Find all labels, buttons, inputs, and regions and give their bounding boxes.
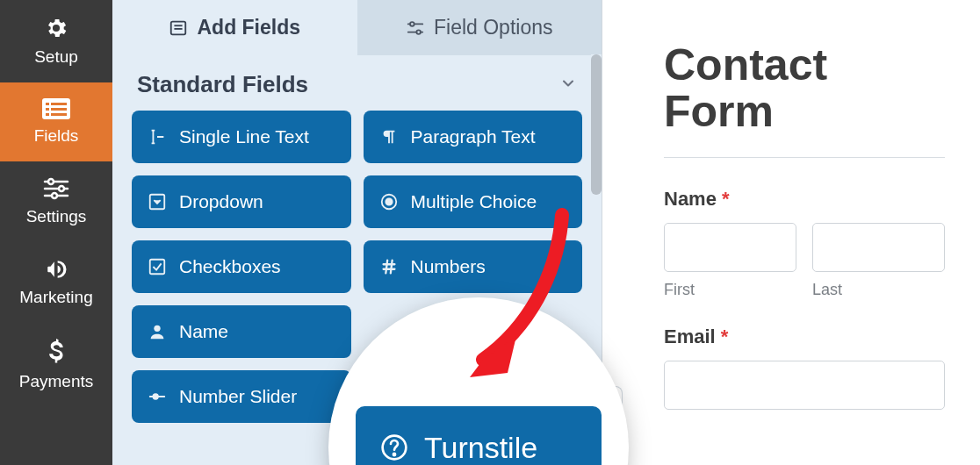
user-icon [148, 322, 167, 341]
svg-point-12 [52, 193, 57, 198]
nav-item-fields[interactable]: Fields [0, 82, 112, 161]
first-name-input[interactable] [664, 223, 796, 272]
last-name-input[interactable] [812, 223, 945, 272]
sliders-icon [406, 19, 425, 37]
question-circle-icon [380, 433, 408, 461]
svg-rect-3 [46, 108, 49, 111]
required-asterisk: * [722, 188, 730, 210]
required-asterisk: * [721, 326, 729, 347]
field-name[interactable]: Name [132, 305, 351, 358]
field-label: Numbers [411, 256, 486, 277]
nav-item-payments[interactable]: Payments [0, 323, 112, 407]
text-cursor-icon [148, 127, 167, 147]
field-single-line-text[interactable]: Single Line Text [132, 111, 351, 163]
nav-item-settings[interactable]: Settings [0, 161, 112, 242]
tab-label: Field Options [434, 16, 553, 39]
field-label: Name [179, 321, 228, 342]
nav-label: Settings [26, 207, 87, 226]
field-label: Paragraph Text [411, 126, 536, 147]
last-sublabel: Last [812, 281, 945, 299]
field-turnstile[interactable]: Turnstile [356, 406, 602, 466]
radio-icon [379, 192, 399, 211]
pilcrow-icon [379, 127, 399, 147]
megaphone-icon [43, 258, 69, 281]
checkbox-icon [148, 257, 167, 276]
label-name: Name* [664, 188, 945, 211]
caret-square-icon [148, 192, 167, 211]
svg-point-28 [154, 326, 160, 332]
svg-rect-4 [51, 108, 67, 111]
first-sublabel: First [664, 281, 796, 299]
form-title: Contact Form [664, 42, 945, 134]
field-label: Multiple Choice [411, 191, 537, 212]
svg-point-19 [416, 30, 421, 34]
svg-point-17 [410, 22, 414, 26]
scrollbar-thumb[interactable] [591, 54, 602, 195]
nav-label: Fields [34, 126, 79, 146]
field-label: Turnstile [424, 431, 537, 465]
tab-field-options[interactable]: Field Options [357, 0, 602, 55]
list-icon [42, 98, 70, 119]
sliders-icon [43, 177, 69, 200]
field-multiple-choice[interactable]: Multiple Choice [364, 175, 583, 228]
svg-point-10 [59, 186, 64, 191]
field-dropdown[interactable]: Dropdown [132, 175, 351, 228]
dollar-icon [47, 339, 65, 365]
nav-label: Setup [34, 47, 78, 67]
section-header-standard[interactable]: Standard Fields [112, 55, 602, 111]
field-checkboxes[interactable]: Checkboxes [132, 240, 351, 293]
nav-label: Marketing [19, 288, 92, 307]
svg-point-8 [48, 179, 54, 184]
slider-icon [148, 387, 167, 406]
preview-panel: Contact Form Name* First Last Email* [602, 0, 980, 465]
nav-sidebar: Setup Fields Settings Marketing Payments [0, 0, 112, 465]
field-paragraph-text[interactable]: Paragraph Text [364, 111, 583, 163]
svg-rect-6 [51, 113, 67, 116]
svg-rect-5 [46, 113, 49, 116]
field-label: Checkboxes [179, 256, 281, 277]
builder-tabs: Add Fields Field Options [112, 0, 602, 55]
name-row: First Last [664, 223, 945, 299]
svg-point-32 [393, 454, 395, 455]
divider [664, 157, 945, 158]
section-title: Standard Fields [137, 71, 308, 98]
svg-line-27 [390, 261, 392, 274]
nav-item-marketing[interactable]: Marketing [0, 242, 112, 323]
chevron-down-icon [559, 75, 577, 96]
svg-point-22 [386, 198, 392, 204]
field-number-slider[interactable]: Number Slider [132, 370, 351, 423]
email-input[interactable] [664, 361, 945, 410]
svg-rect-23 [150, 260, 165, 275]
field-label: Number Slider [179, 386, 297, 407]
form-icon [169, 18, 188, 38]
svg-line-26 [386, 261, 387, 274]
svg-rect-1 [46, 103, 49, 105]
svg-point-30 [153, 394, 158, 399]
hash-icon [379, 257, 399, 276]
field-label: Single Line Text [179, 126, 309, 147]
nav-item-setup[interactable]: Setup [0, 0, 112, 82]
gear-icon [44, 16, 68, 40]
field-numbers[interactable]: Numbers [364, 240, 583, 293]
label-email: Email* [664, 326, 945, 348]
tab-add-fields[interactable]: Add Fields [112, 0, 357, 55]
field-label: Dropdown [179, 191, 263, 212]
nav-label: Payments [19, 372, 93, 391]
svg-rect-2 [51, 103, 67, 105]
tab-label: Add Fields [197, 16, 300, 39]
